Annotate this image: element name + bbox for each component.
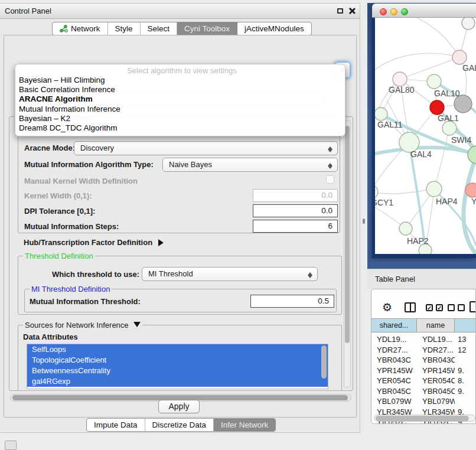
mi-steps-label: Mutual Information Steps:: [24, 222, 119, 231]
settings-scrollbar[interactable]: [344, 120, 351, 387]
dropdown-item[interactable]: Mutual Information Inference: [19, 105, 345, 114]
list-scrollbar-thumb[interactable]: [321, 345, 327, 379]
node-partial-top[interactable]: [462, 18, 475, 30]
mi-threshold-field[interactable]: 0.5: [250, 295, 334, 308]
network-window-titlebar[interactable]: [372, 4, 476, 18]
cell: YBL079W: [417, 396, 455, 407]
close-icon[interactable]: [348, 8, 355, 14]
table-row[interactable]: YBL079WYBL079W: [371, 396, 476, 407]
node-y-partial[interactable]: [465, 183, 476, 197]
tab-infer-network[interactable]: Infer Network: [214, 419, 275, 431]
tab-impute-data[interactable]: Impute Data: [87, 419, 145, 431]
dropdown-placeholder: Select algorithm to view settings: [19, 66, 345, 76]
cyni-algorithm-settings-group: Cyni Algorithm Settings Algorithm Defini…: [9, 116, 353, 391]
checked-checkbox-icon[interactable]: ✓: [436, 304, 443, 311]
node-partial-right-green[interactable]: [468, 146, 476, 164]
data-attributes-list: SelfLoops TopologicalCoefficient Between…: [27, 344, 328, 389]
kernel-width-field[interactable]: 0.0: [253, 189, 338, 202]
node-gal1[interactable]: [430, 100, 444, 115]
mi-steps-field[interactable]: 6: [253, 220, 338, 233]
attribute-item[interactable]: TopologicalCoefficient: [27, 355, 328, 366]
node-gal11[interactable]: [375, 107, 387, 120]
cell: YBR045C: [371, 386, 417, 397]
node-gcy1[interactable]: [375, 185, 378, 199]
table-row[interactable]: YBR045CYBR045C9.: [371, 386, 476, 397]
network-view-window: GAL GAL80 GAL10 GAL1 GAL11 SWI4 GAL4 GCY…: [372, 4, 476, 258]
tab-cyni-toolbox[interactable]: Cyni Toolbox: [177, 22, 237, 35]
selected-value: Naive Bayes: [169, 160, 212, 169]
dropdown-item[interactable]: Bayesian – K2: [19, 114, 345, 123]
minimize-traffic-light-icon[interactable]: [390, 8, 397, 15]
cell: YDL19...: [417, 334, 455, 345]
table-row[interactable]: YBR043CYBR043C: [371, 355, 476, 366]
tab-jactivemnodules[interactable]: jActiveMNodules: [237, 22, 311, 35]
dpi-tolerance-label: DPI Tolerance [0,1]:: [24, 207, 95, 216]
hub-tf-definition-toggle[interactable]: Hub/Transcription Factor Definition: [24, 238, 167, 247]
dropdown-item[interactable]: Dream8 DC_TDC Algorithm: [19, 123, 345, 133]
sources-toggle[interactable]: Sources for Network Inference: [23, 321, 142, 331]
column-header-name[interactable]: name: [417, 319, 455, 332]
node-label: Y: [471, 197, 476, 206]
table-hscrollbar[interactable]: [374, 415, 475, 422]
checked-checkbox-icon[interactable]: ✓: [426, 304, 433, 311]
column-header-shared[interactable]: shared...: [371, 319, 417, 332]
table-row[interactable]: YER054CYER054C8.: [371, 376, 476, 386]
zoom-traffic-light-icon[interactable]: [401, 8, 408, 15]
which-threshold-label: Which threshold to use:: [52, 270, 139, 279]
mi-threshold-definition-group: MI Threshold Definition Mutual Informati…: [24, 289, 337, 312]
table-hscrollbar-thumb[interactable]: [376, 416, 469, 421]
tab-style[interactable]: Style: [108, 22, 141, 35]
dropdown-item[interactable]: Bayesian – Hill Climbing: [19, 76, 345, 85]
split-columns-icon[interactable]: [405, 302, 416, 312]
tab-label: Discretize Data: [152, 420, 207, 429]
table-row[interactable]: YDL19...YDL19...13: [371, 334, 476, 345]
cell: YBR043C: [417, 355, 455, 366]
node-hap4[interactable]: [426, 181, 442, 197]
node-label: HAP2: [407, 236, 429, 246]
attribute-item[interactable]: gal4RGexp: [27, 376, 328, 387]
minimized-panel-icon[interactable]: [5, 441, 17, 450]
mi-algorithm-type-select[interactable]: Naive Bayes: [162, 158, 338, 172]
document-icon[interactable]: [470, 301, 476, 312]
node-gal10[interactable]: [427, 74, 441, 89]
tab-network[interactable]: Network: [53, 22, 108, 35]
settings-scrollbar-thumb[interactable]: [345, 126, 350, 343]
which-threshold-select[interactable]: MI Threshold: [142, 267, 318, 281]
column-header-partial[interactable]: [455, 319, 476, 332]
dropdown-item-selected[interactable]: ARACNE Algorithm: [19, 94, 345, 104]
node-swi4[interactable]: [442, 121, 457, 135]
gear-icon[interactable]: ⚙: [382, 302, 392, 313]
tab-select[interactable]: Select: [141, 22, 178, 35]
tab-label: jActiveMNodules: [244, 24, 304, 33]
unchecked-checkbox-icon[interactable]: [448, 304, 455, 311]
apply-button[interactable]: Apply: [158, 400, 200, 413]
node-gal-partial[interactable]: [452, 50, 467, 64]
tab-discretize-data[interactable]: Discretize Data: [145, 419, 214, 431]
attribute-item[interactable]: BetweennessCentrality: [27, 366, 328, 376]
table-row[interactable]: YPR145WYPR145W9.: [371, 366, 476, 376]
threshold-definition-group: Threshold Definition Which threshold to …: [18, 256, 342, 315]
dpi-tolerance-field[interactable]: 0.0: [253, 204, 338, 217]
tab-label: Impute Data: [94, 420, 138, 429]
manual-kernel-checkbox[interactable]: [326, 175, 334, 184]
attribute-item[interactable]: SelfLoops: [27, 344, 328, 355]
tab-label: Style: [115, 24, 133, 33]
node-gal80[interactable]: [393, 72, 407, 86]
cell: YDL19...: [371, 334, 417, 345]
node-hap2[interactable]: [399, 222, 412, 235]
aracne-mode-select[interactable]: Discovery: [74, 141, 338, 155]
cyni-bottom-tabbar: Impute Data Discretize Data Infer Networ…: [86, 418, 276, 432]
algorithm-dropdown-list: Select algorithm to view settings Bayesi…: [15, 64, 345, 136]
cell: YBR043C: [371, 355, 417, 366]
group-title: Threshold Definition: [23, 252, 95, 260]
close-traffic-light-icon[interactable]: [380, 8, 387, 15]
table-row[interactable]: YDR27...YDR27...12: [371, 345, 476, 356]
dropdown-item[interactable]: Basic Correlation Inference: [19, 85, 345, 94]
network-icon: [60, 25, 68, 32]
unchecked-checkbox-icon[interactable]: [458, 304, 465, 311]
node-label: GAL11: [377, 120, 403, 129]
cell: YDR27...: [371, 345, 417, 356]
float-window-icon[interactable]: [337, 8, 343, 14]
network-canvas[interactable]: GAL GAL80 GAL10 GAL1 GAL11 SWI4 GAL4 GCY…: [375, 18, 476, 254]
panel-splitter-handle[interactable]: [363, 219, 365, 224]
